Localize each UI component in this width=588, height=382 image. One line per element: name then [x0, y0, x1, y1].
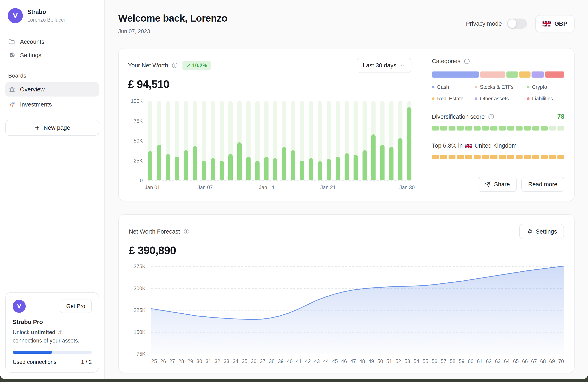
forecast-value: £ 390,890	[129, 244, 564, 257]
toggle-knob	[508, 19, 516, 28]
legend-item: Cash	[432, 84, 471, 90]
category-segment	[432, 72, 479, 77]
sidebar-item-label: Investments	[20, 101, 52, 108]
connections-progress-bar	[13, 351, 92, 354]
bar	[273, 101, 277, 180]
pro-card-title: Strabo Pro	[13, 319, 92, 325]
bar	[291, 101, 295, 180]
legend-item: Other assets	[475, 96, 524, 102]
category-segment	[506, 72, 518, 77]
privacy-mode-label: Privacy mode	[466, 20, 502, 27]
sidebar-item-overview[interactable]: Overview	[5, 82, 99, 96]
forecast-area-chart	[151, 266, 564, 354]
send-icon	[485, 181, 491, 187]
diversification-label: Diversification score	[432, 114, 485, 120]
date-range-selector[interactable]: Last 30 days	[357, 58, 411, 73]
bar	[166, 101, 170, 180]
bar	[336, 101, 340, 180]
info-icon[interactable]	[183, 228, 190, 235]
bank-icon	[9, 86, 16, 93]
main-content: Welcome back, Lorenzo Jun 07, 2023 Priva…	[105, 0, 588, 373]
category-segment	[545, 72, 564, 77]
brand: Strabo Lorenzo Bellucci	[5, 8, 99, 23]
bar	[255, 101, 260, 180]
country-rank: Top 6,3% in United Kingdom	[432, 142, 564, 149]
new-page-label: New page	[44, 124, 70, 131]
bar	[345, 101, 349, 180]
bar	[148, 101, 152, 180]
new-page-button[interactable]: New page	[5, 120, 99, 136]
bar	[193, 101, 197, 180]
currency-code: GBP	[554, 20, 567, 27]
info-icon[interactable]	[464, 58, 470, 65]
share-button[interactable]: Share	[478, 177, 517, 192]
folder-icon	[8, 38, 15, 45]
legend-item: Liabilities	[527, 96, 564, 102]
strabo-logo-icon	[13, 300, 26, 313]
privacy-mode-toggle[interactable]	[507, 19, 527, 29]
chevron-down-icon	[399, 62, 405, 68]
category-segment	[531, 72, 544, 77]
categories-title: Categories	[432, 58, 460, 65]
net-worth-bars	[148, 101, 411, 180]
bar	[380, 101, 384, 180]
forecast-settings-button[interactable]: Settings	[519, 224, 564, 239]
sidebar-item-settings[interactable]: Settings	[5, 48, 99, 62]
bar	[184, 101, 188, 180]
forecast-chart: 375K300K225K150K75K	[129, 266, 564, 364]
forecast-ylabels: 375K300K225K150K75K	[129, 266, 146, 354]
legend-item: Stocks & ETFs	[475, 84, 524, 90]
bar	[237, 101, 242, 180]
diversification-bar	[432, 126, 564, 131]
bar	[220, 101, 224, 180]
sidebar: Strabo Lorenzo Bellucci Accounts Setting…	[0, 0, 105, 379]
net-worth-value: £ 94,510	[128, 78, 411, 90]
net-worth-card: Your Net Worth ↗ 10.2% Last 30 days £ 94…	[118, 48, 575, 201]
net-worth-xticks: Jan 01Jan 07Jan 14Jan 21Jan 30	[148, 180, 411, 191]
net-worth-title: Your Net Worth	[128, 62, 168, 69]
sidebar-item-investments[interactable]: Investments	[5, 97, 99, 112]
get-pro-button[interactable]: Get Pro	[60, 300, 92, 313]
bar	[157, 101, 161, 180]
sidebar-item-label: Settings	[20, 52, 42, 59]
connections-progress-fill	[13, 351, 52, 354]
uk-flag-icon	[543, 21, 551, 26]
categories-legend: CashStocks & ETFsCryptoReal EstateOther …	[432, 84, 564, 102]
bar	[202, 101, 206, 180]
legend-item: Real Estate	[432, 96, 471, 102]
strabo-logo-icon	[8, 8, 23, 23]
bar	[175, 101, 179, 180]
bar	[246, 101, 251, 180]
boards-section-label: Boards	[8, 73, 96, 79]
pro-card-description: Unlock unlimited connections of your ass…	[13, 328, 92, 345]
sidebar-item-accounts[interactable]: Accounts	[5, 35, 99, 48]
gear-icon	[526, 229, 532, 235]
legend-item: Crypto	[527, 84, 564, 90]
read-more-button[interactable]: Read more	[521, 177, 564, 192]
page-date: Jun 07, 2023	[118, 28, 227, 35]
forecast-xticks: 2526272829303132333435363738394041424344…	[151, 358, 564, 364]
forecast-card: Net Worth Forecast Settings £ 390,890 37…	[118, 214, 575, 373]
categories-stacked-bar	[432, 72, 564, 77]
net-worth-ylabels: 100K75K50K25K0	[128, 101, 143, 180]
rank-bar	[432, 155, 564, 159]
used-connections-value: 1 / 2	[81, 359, 92, 365]
info-icon[interactable]	[488, 114, 494, 120]
currency-selector-button[interactable]: GBP	[535, 15, 575, 32]
rocket-icon	[57, 329, 63, 335]
info-icon[interactable]	[171, 62, 178, 69]
brand-user: Lorenzo Bellucci	[27, 17, 65, 23]
bar	[282, 101, 286, 180]
bar	[300, 101, 304, 180]
bar	[354, 101, 358, 180]
bar	[398, 101, 402, 180]
bar	[371, 101, 376, 180]
brand-name: Strabo	[27, 9, 65, 15]
bar	[318, 101, 322, 180]
app-window: Strabo Lorenzo Bellucci Accounts Setting…	[0, 0, 588, 379]
bar	[407, 101, 411, 180]
bar	[389, 101, 394, 180]
bar	[309, 101, 313, 180]
sidebar-item-label: Overview	[20, 86, 45, 93]
plus-icon	[34, 125, 40, 131]
